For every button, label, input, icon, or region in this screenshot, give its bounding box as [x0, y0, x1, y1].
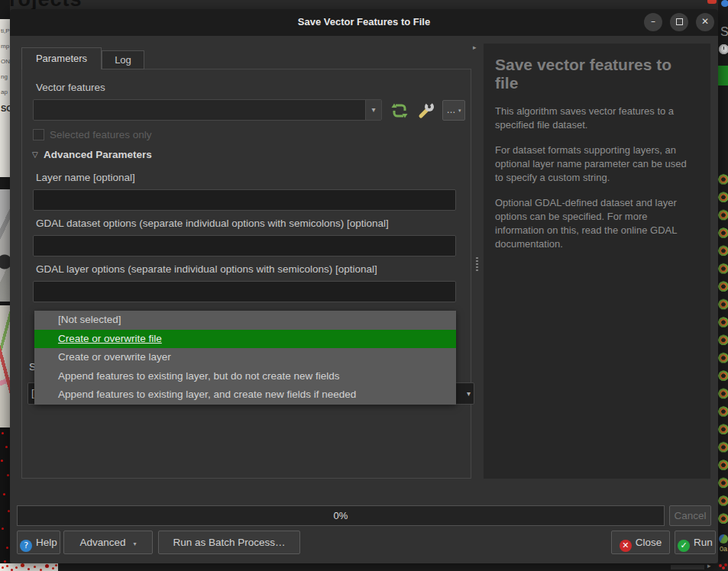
red-badge-fragment — [707, 0, 717, 4]
dropdown-item[interactable]: Append features to existing layer, and c… — [34, 386, 456, 405]
background-bottom-strip: ▸ — [0, 563, 728, 571]
background-right-strip: S 0a — [718, 0, 728, 571]
help-icon: ? — [20, 540, 32, 552]
dropdown-item-selected[interactable]: Create or overwrite file — [34, 330, 456, 349]
dialog-title: Save Vector Features to File — [10, 16, 718, 27]
tab-parameters[interactable]: Parameters — [21, 47, 102, 69]
dropdown-item[interactable]: Create or overwrite layer — [34, 348, 456, 367]
help-paragraph: Optional GDAL-defined dataset and layer … — [495, 196, 688, 251]
maximize-icon — [676, 18, 683, 25]
map-thumbnail-light: ti,P mp ONH ng ap SO — [0, 19, 10, 177]
advanced-parameters-header[interactable]: Advanced Parameters — [44, 149, 152, 160]
blue-badge-fragment — [721, 0, 728, 7]
iterate-layer-button[interactable] — [390, 102, 409, 120]
help-button[interactable]: ?Help — [17, 531, 60, 554]
gdal-dataset-options-label: GDAL dataset options (separate individua… — [36, 218, 389, 229]
help-panel: Save vector features to file This algori… — [484, 44, 710, 479]
right-strip-bottom-label: 0a — [720, 545, 727, 553]
background-left-strip: ti,P mp ONH ng ap SO — [0, 0, 10, 571]
screen: rojects ti,P mp ONH ng ap SO S 0a ▸ Save — [0, 0, 728, 571]
help-paragraph: This algorithm saves vector features to … — [495, 105, 688, 132]
expander-open-icon[interactable]: ▽ — [32, 150, 38, 159]
red-points-fragment — [719, 564, 722, 567]
map-thumbnail-routes — [0, 305, 10, 427]
layer-name-label: Layer name [optional] — [36, 172, 135, 183]
splitter-grip[interactable] — [476, 257, 478, 273]
iterate-loop-icon — [390, 102, 409, 120]
minimize-icon: – — [651, 16, 655, 27]
map-red-points-fragment — [0, 427, 10, 563]
action-dropdown-popup: [Not selected] Create or overwrite file … — [34, 311, 456, 405]
cancel-button[interactable]: Cancel — [669, 505, 711, 526]
window-close-icon: ✕ — [701, 16, 709, 27]
wrench-icon — [416, 100, 436, 121]
run-as-batch-button[interactable]: Run as Batch Process… — [158, 531, 300, 554]
source-options-button[interactable]: … ▾ — [442, 100, 465, 121]
right-strip-letter: S — [720, 25, 728, 39]
help-title: Save vector features to file — [495, 56, 699, 92]
dropdown-item[interactable]: [Not selected] — [34, 311, 456, 330]
titlebar[interactable]: Save Vector Features to File – ✕ — [10, 9, 718, 36]
help-paragraph: For dataset formats supporting layers, a… — [495, 144, 688, 185]
save-vector-features-dialog: Save Vector Features to File – ✕ Paramet… — [10, 9, 718, 563]
progress-bar: 0% — [17, 505, 665, 526]
run-icon: ✓ — [678, 540, 690, 552]
run-button[interactable]: ✓Run — [675, 531, 716, 554]
clock-icon — [719, 44, 728, 54]
maximize-button[interactable] — [670, 13, 688, 31]
map-red-points-bottom — [0, 563, 58, 571]
map-thumbnail-gray — [0, 189, 10, 302]
vector-features-combobox[interactable]: ▾ — [33, 99, 382, 121]
layer-name-input[interactable] — [33, 189, 456, 211]
dropdown-item[interactable]: Append features to existing layer, but d… — [34, 367, 456, 386]
green-bar-fragment — [718, 66, 728, 85]
close-button[interactable]: ✕Close — [611, 531, 670, 554]
gdal-dataset-options-input[interactable] — [33, 235, 456, 256]
advanced-menu-button[interactable]: Advanced▾ — [63, 531, 153, 554]
gdal-layer-options-label: GDAL layer options (separate individual … — [36, 263, 377, 275]
selected-features-label: Selected features only — [50, 129, 152, 140]
chevron-down-icon: ▾ — [467, 389, 471, 398]
gdal-layer-options-input[interactable] — [33, 281, 456, 302]
chevron-down-icon[interactable]: ▾ — [365, 100, 381, 120]
advanced-options-button[interactable] — [416, 100, 436, 121]
ellipsis-icon: … — [447, 105, 456, 115]
menu-arrow-icon: ▾ — [458, 108, 461, 114]
window-close-button[interactable]: ✕ — [696, 13, 714, 31]
tab-log[interactable]: Log — [102, 50, 144, 69]
minimize-button[interactable]: – — [644, 13, 662, 31]
layer-icons-column — [718, 171, 728, 528]
menu-arrow-icon: ▾ — [134, 540, 137, 547]
splitter-collapse-icon[interactable]: ▸ — [473, 44, 477, 51]
vector-features-label: Vector features — [36, 82, 105, 93]
selected-features-checkbox[interactable] — [33, 129, 44, 140]
horizontal-scrollbar-fragment[interactable] — [671, 565, 704, 569]
close-icon: ✕ — [620, 540, 632, 552]
globe-icon — [719, 534, 728, 544]
